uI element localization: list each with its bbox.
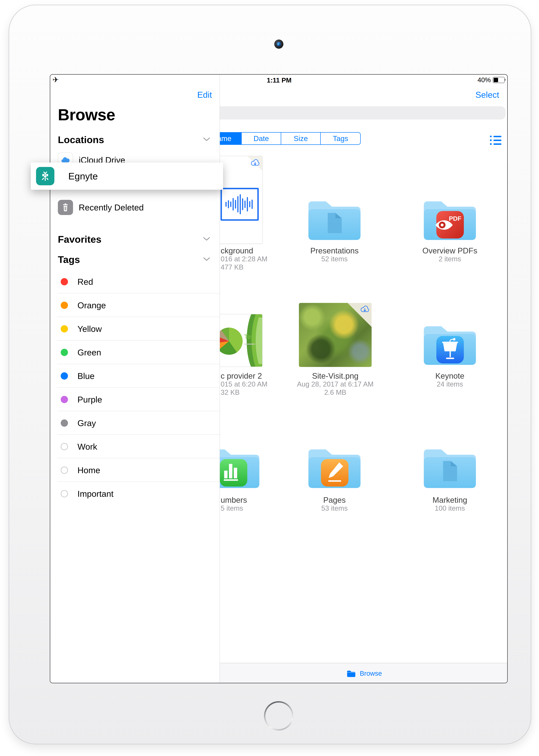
tag-row-work[interactable]: Work: [50, 435, 220, 458]
numbers-badge-icon: [220, 459, 247, 487]
sidebar-item-label: Recently Deleted: [79, 202, 144, 212]
tag-label: Work: [77, 442, 97, 452]
sort-tab-date[interactable]: Date: [242, 133, 281, 144]
section-header-tags[interactable]: Tags: [58, 254, 80, 265]
folder-name: umbers: [221, 495, 247, 505]
tag-row-green[interactable]: Green: [50, 340, 220, 364]
tag-color-dot: [61, 302, 68, 309]
sort-segmented-control: Name Date Size Tags: [202, 132, 361, 145]
section-header-favorites[interactable]: Favorites: [58, 234, 102, 245]
tag-row-blue[interactable]: Blue: [50, 364, 220, 388]
slide-subtitle-bar: [245, 344, 255, 344]
file-name: c provider 2: [221, 371, 262, 381]
file-tile-audio[interactable]: [217, 156, 263, 244]
tag-label: Important: [77, 489, 114, 498]
sort-tab-tags[interactable]: Tags: [321, 133, 360, 144]
select-button[interactable]: Select: [476, 90, 499, 100]
airplane-mode-icon: ✈: [52, 75, 59, 84]
folder-name: Presentations: [310, 246, 359, 255]
chevron-down-icon[interactable]: [203, 137, 210, 141]
home-button[interactable]: [264, 701, 293, 730]
tag-label: Home: [77, 465, 100, 475]
tag-label: Yellow: [77, 324, 102, 334]
tag-color-dot: [61, 325, 68, 333]
folder-count: 52 items: [321, 255, 347, 263]
tag-color-dot: [61, 467, 68, 474]
waveform-icon: [220, 188, 259, 221]
front-camera-icon: [274, 39, 283, 49]
file-date: 016 at 2:28 AM: [221, 255, 268, 263]
svg-text:PDF: PDF: [449, 215, 461, 222]
tag-label: Orange: [77, 300, 106, 310]
sidebar-title: Browse: [58, 106, 115, 124]
page: Select Name Date Size Tags: [0, 0, 539, 756]
tag-row-gray[interactable]: Gray: [50, 411, 220, 435]
pdf-expert-badge-icon: PDF: [435, 211, 464, 239]
sidebar-item-label: Egnyte: [68, 171, 98, 182]
folder-count: 24 items: [437, 380, 463, 388]
cloud-download-icon: [250, 158, 260, 168]
chevron-down-icon[interactable]: [203, 237, 210, 241]
tag-row-important[interactable]: Important: [50, 482, 220, 505]
folder-count: 5 items: [221, 504, 243, 512]
cloud-download-icon: [359, 304, 370, 314]
tag-row-orange[interactable]: Orange: [50, 293, 220, 317]
sidebar-item-recently-deleted[interactable]: Recently Deleted: [58, 200, 144, 215]
folder-name: Pages: [323, 495, 346, 505]
sidebar-item-egnyte-highlight[interactable]: Egnyte: [31, 163, 223, 190]
file-date: Aug 28, 2017 at 6:17 AM: [297, 380, 373, 388]
folder-name: Keynote: [435, 371, 464, 381]
tag-label: Purple: [77, 395, 102, 405]
folder-name: Marketing: [432, 495, 467, 505]
file-name: Site-Visit.png: [312, 371, 358, 381]
tag-row-home[interactable]: Home: [50, 458, 220, 482]
egnyte-icon: [36, 167, 54, 185]
pages-badge-icon: [321, 459, 348, 487]
tag-color-dot: [61, 372, 68, 380]
tag-row-yellow[interactable]: Yellow: [50, 317, 220, 340]
file-tile-slide[interactable]: Test: [213, 314, 263, 367]
tags-list: RedOrangeYellowGreenBluePurpleGrayWorkHo…: [50, 270, 220, 505]
file-size: 477 KB: [221, 263, 243, 271]
file-size: 2.6 MB: [324, 388, 346, 396]
tab-browse[interactable]: Browse: [346, 669, 382, 678]
tag-color-dot: [61, 396, 68, 403]
trash-icon: [58, 200, 73, 215]
tag-label: Gray: [77, 418, 96, 428]
edit-button[interactable]: Edit: [197, 90, 212, 100]
file-name: ckground: [221, 246, 253, 255]
keynote-badge-icon: [436, 336, 464, 363]
list-view-icon[interactable]: [490, 136, 501, 145]
browse-folder-icon: [346, 669, 356, 678]
ipad-device-frame: Select Name Date Size Tags: [9, 5, 531, 744]
tag-label: Red: [77, 277, 93, 287]
tag-color-dot: [61, 349, 68, 356]
slide-title-text: Test: [244, 333, 256, 340]
file-date: 015 at 6:20 AM: [221, 380, 268, 388]
tag-color-dot: [61, 278, 68, 285]
tag-label: Green: [77, 347, 101, 357]
tag-color-dot: [61, 443, 68, 450]
folder-name: Overview PDFs: [423, 246, 477, 255]
tag-color-dot: [61, 419, 68, 427]
folder-count: 2 items: [439, 255, 461, 263]
file-tile-photo[interactable]: [299, 303, 372, 367]
sort-tab-size[interactable]: Size: [281, 133, 321, 144]
tag-color-dot: [61, 490, 68, 497]
chevron-down-icon[interactable]: [203, 257, 210, 261]
section-header-locations[interactable]: Locations: [58, 134, 104, 145]
tag-row-purple[interactable]: Purple: [50, 388, 220, 411]
file-size: 32 KB: [221, 388, 240, 396]
folder-count: 53 items: [321, 504, 347, 512]
folder-count: 100 items: [435, 504, 465, 512]
tab-browse-label: Browse: [360, 670, 382, 677]
tag-label: Blue: [77, 371, 95, 381]
tag-row-red[interactable]: Red: [50, 270, 220, 293]
